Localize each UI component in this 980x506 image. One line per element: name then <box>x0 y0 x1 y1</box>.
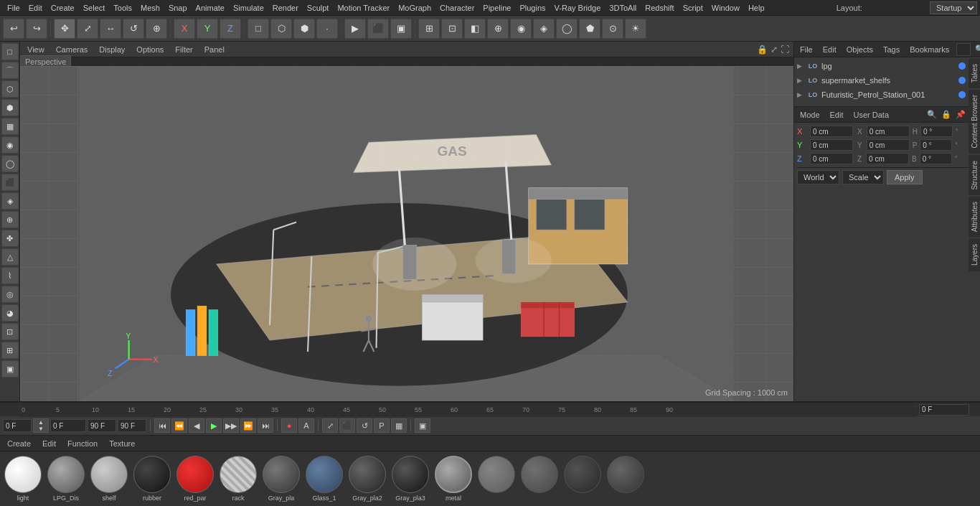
menu-render[interactable]: Render <box>268 2 303 14</box>
y-axis-btn[interactable]: Y <box>197 19 218 39</box>
current-frame-input[interactable] <box>919 404 969 416</box>
paint-tool-btn[interactable]: ◕ <box>1 304 19 322</box>
normals-btn[interactable]: ◯ <box>556 19 578 39</box>
viewport-menu-panel[interactable]: Panel <box>202 44 227 55</box>
expand-icon-2[interactable]: ▶ <box>797 77 804 84</box>
takes-tab[interactable]: Takes <box>969 57 980 88</box>
create-object-btn[interactable]: □ <box>1 43 19 60</box>
create-light-btn[interactable]: ◯ <box>1 155 19 172</box>
world-select[interactable]: World <box>797 170 839 184</box>
create-generator-btn[interactable]: ✤ <box>1 230 19 247</box>
mat-item-rubber[interactable]: rubber <box>132 454 172 503</box>
pb-start-field[interactable] <box>3 419 32 432</box>
obj-dot-1[interactable] <box>958 62 966 70</box>
menu-motion-tracker[interactable]: Motion Tracker <box>333 2 394 14</box>
menu-pipeline[interactable]: Pipeline <box>479 2 515 14</box>
menu-window[interactable]: Window <box>707 2 744 14</box>
transform-tool-btn[interactable]: ⊕ <box>146 19 167 39</box>
menu-script[interactable]: Script <box>679 2 707 14</box>
scale-select[interactable]: Scale <box>842 170 884 184</box>
pb-end2-field[interactable] <box>118 419 146 432</box>
obj-row-lpg[interactable]: ▶ LO lpg <box>794 59 980 73</box>
pb-keys-btn[interactable]: ▣ <box>415 418 430 433</box>
mat-item-lpg[interactable]: LPG_Dis <box>46 454 86 503</box>
viewport-menu-options[interactable]: Options <box>133 44 166 55</box>
menu-create[interactable]: Create <box>47 2 79 14</box>
menu-sculpt[interactable]: Sculpt <box>303 2 334 14</box>
create-scene-btn[interactable]: ▦ <box>1 118 19 135</box>
axis-btn[interactable]: ⊕ <box>487 19 509 39</box>
attr-edit-menu[interactable]: Edit <box>827 110 847 120</box>
mat-edit-menu[interactable]: Edit <box>39 439 59 449</box>
mat-item-graypla[interactable]: Gray_pla <box>261 454 301 503</box>
viewport-menu-view[interactable]: View <box>24 44 47 55</box>
character-tool-btn[interactable]: ⊡ <box>1 323 19 340</box>
mat-function-menu[interactable]: Function <box>65 439 100 449</box>
expand-icon[interactable]: ▶ <box>797 62 804 70</box>
create-effector-btn[interactable]: ⊕ <box>1 211 19 228</box>
create-nurbs-btn[interactable]: ⬡ <box>1 80 19 98</box>
viewport-menu-display[interactable]: Display <box>96 44 128 55</box>
content-browser-tab[interactable]: Content Browser <box>969 88 980 154</box>
object-search-input[interactable] <box>956 43 971 56</box>
pb-prev-btn[interactable]: ▲▼ <box>33 418 49 433</box>
menu-help[interactable]: Help <box>744 2 769 14</box>
menu-edit[interactable]: Edit <box>24 2 47 14</box>
mat-item-partial2[interactable] <box>519 454 560 503</box>
mat-item-shelf[interactable]: shelf <box>89 454 129 503</box>
mat-item-light[interactable]: light <box>3 454 43 503</box>
pb-back-btn[interactable]: ◀ <box>189 418 204 433</box>
mat-create-menu[interactable]: Create <box>4 439 34 449</box>
create-tag-btn[interactable]: ◈ <box>1 192 19 210</box>
menu-mograph[interactable]: MoGraph <box>394 2 435 14</box>
viewport-menu-filter[interactable]: Filter <box>172 44 195 55</box>
b-rotation-input[interactable] <box>920 153 952 164</box>
redo-btn[interactable]: ↪ <box>26 19 47 39</box>
x-position-input[interactable] <box>810 126 853 137</box>
menu-file[interactable]: File <box>3 2 24 14</box>
create-deform-btn[interactable]: ⬢ <box>1 99 19 116</box>
expand-icon-3[interactable]: ▶ <box>797 91 804 98</box>
y-size-input[interactable] <box>867 139 910 151</box>
menu-character[interactable]: Character <box>435 2 479 14</box>
obj-dot-3[interactable] <box>958 77 966 84</box>
pb-param-btn[interactable]: P <box>374 418 390 433</box>
menu-tools[interactable]: Tools <box>109 2 136 14</box>
scale-tool-btn[interactable]: ↔ <box>100 19 121 39</box>
p-rotation-input[interactable] <box>920 139 952 151</box>
mat-item-rack[interactable]: rack <box>218 454 258 503</box>
menu-3dtoall[interactable]: 3DToAll <box>605 2 641 14</box>
lock-icon[interactable]: 🔒 <box>757 44 768 55</box>
grid-btn[interactable]: ⊞ <box>418 19 440 39</box>
camera-icon[interactable]: ⤢ <box>771 44 778 55</box>
rigging-tool-btn[interactable]: ⊞ <box>1 342 19 359</box>
attributes-tab[interactable]: Attributes <box>969 195 980 238</box>
viewport-canvas[interactable]: GAS <box>20 66 793 401</box>
menu-vray[interactable]: V-Ray Bridge <box>550 2 606 14</box>
pb-auto-key-btn[interactable]: A <box>298 418 314 433</box>
obj-objects-menu[interactable]: Objects <box>844 44 876 55</box>
snap-btn[interactable]: ⊡ <box>441 19 463 39</box>
point-mode-btn[interactable]: · <box>316 19 338 39</box>
pb-last-btn[interactable]: ⏭ <box>258 418 273 433</box>
mat-item-metal[interactable]: metal <box>433 454 473 503</box>
sym-btn[interactable]: ◧ <box>464 19 486 39</box>
structure-tab[interactable]: Structure <box>969 154 980 196</box>
record-btn[interactable]: ⊙ <box>602 19 623 39</box>
z-size-input[interactable] <box>866 153 909 164</box>
mat-item-graypla3[interactable]: Gray_pla3 <box>390 454 430 503</box>
mat-item-red[interactable]: red_par <box>175 454 215 503</box>
pb-record-btn[interactable]: ● <box>281 418 297 433</box>
mat-texture-menu[interactable]: Texture <box>106 439 138 449</box>
obj-file-menu[interactable]: File <box>797 44 816 55</box>
camera-btn[interactable]: ⬟ <box>579 19 600 39</box>
maximize-icon[interactable]: ⛶ <box>781 44 789 55</box>
x-axis-btn[interactable]: X <box>174 19 195 39</box>
menu-snap[interactable]: Snap <box>164 2 192 14</box>
mat-item-partial4[interactable] <box>606 454 646 503</box>
obj-row-station[interactable]: ▶ LO Futuristic_Petrol_Station_001 <box>794 88 980 102</box>
weight-tool-btn[interactable]: ▣ <box>1 360 19 378</box>
mat-item-graypla2[interactable]: Gray_pla2 <box>347 454 387 503</box>
h-rotation-input[interactable] <box>920 126 953 137</box>
obj-bookmarks-menu[interactable]: Bookmarks <box>907 44 952 55</box>
